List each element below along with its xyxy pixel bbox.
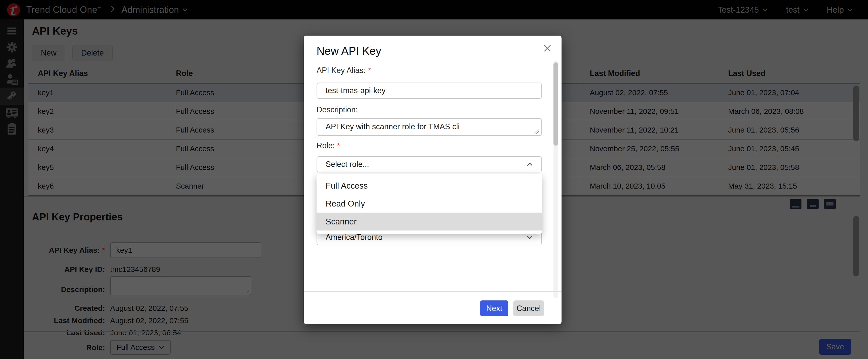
modal-scrollbar[interactable]: [554, 61, 558, 298]
modal-role-select[interactable]: Select role...: [316, 156, 542, 172]
new-api-key-modal: New API Key API Key Alias: * Description…: [304, 36, 561, 324]
role-options-dropdown: Full Access Read Only Scanner: [316, 174, 542, 234]
required-star: *: [368, 66, 371, 75]
modal-role-label: Role: *: [316, 141, 340, 150]
modal-footer: Next Cancel: [304, 291, 561, 324]
chevron-down-icon: [527, 236, 533, 239]
modal-alias-input[interactable]: [316, 83, 542, 99]
cancel-button[interactable]: Cancel: [514, 300, 544, 316]
close-icon[interactable]: [542, 43, 553, 54]
next-button[interactable]: Next: [480, 300, 508, 316]
option-read-only[interactable]: Read Only: [316, 195, 542, 213]
modal-description-label: Description:: [316, 105, 358, 114]
timezone-value: America/Toronto: [326, 233, 382, 242]
modal-alias-label: API Key Alias: *: [316, 66, 371, 75]
modal-description-textarea[interactable]: API Key with scanner role for TMAS cli: [316, 118, 542, 136]
modal-title: New API Key: [316, 45, 381, 57]
option-full-access[interactable]: Full Access: [316, 177, 542, 195]
modal-scrollbar-thumb[interactable]: [554, 62, 558, 146]
chevron-up-icon: [527, 163, 533, 166]
option-scanner[interactable]: Scanner: [316, 213, 542, 230]
role-placeholder: Select role...: [326, 160, 369, 169]
resize-handle-icon[interactable]: [534, 130, 539, 134]
required-star: *: [337, 141, 340, 150]
